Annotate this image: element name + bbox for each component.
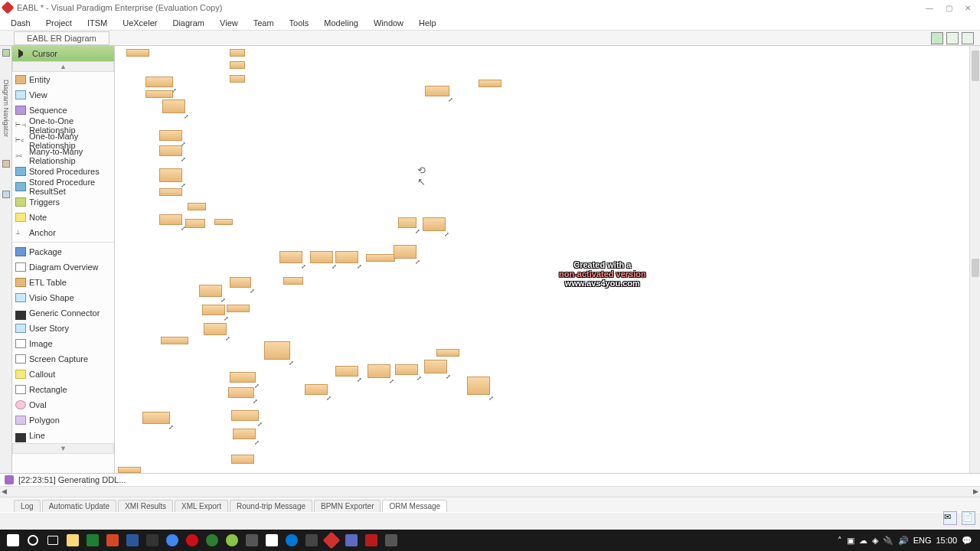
expand-icon[interactable]: ⤢ bbox=[416, 375, 423, 381]
bottom-tab-bpmn-exporter[interactable]: BPMN Exporter bbox=[314, 500, 381, 512]
entity-box[interactable] bbox=[230, 372, 256, 383]
expand-icon[interactable]: ⤢ bbox=[181, 156, 187, 162]
entity-box[interactable] bbox=[467, 377, 490, 395]
entity-box[interactable] bbox=[228, 387, 254, 398]
entity-box[interactable] bbox=[118, 467, 141, 473]
expand-icon[interactable]: ⤢ bbox=[184, 113, 190, 119]
taskbar-word[interactable] bbox=[122, 531, 142, 549]
entity-box[interactable] bbox=[162, 99, 185, 113]
expand-icon[interactable]: ⤢ bbox=[181, 182, 187, 188]
system-tray[interactable]: ˄ ▣ ☁ ◈ 🔌 🔊 ENG 15:00 💬 bbox=[838, 536, 977, 546]
diagram-canvas[interactable]: Created with a non-activated version www… bbox=[115, 46, 980, 473]
expand-icon[interactable]: ⤢ bbox=[332, 263, 338, 269]
expand-icon[interactable]: ⤢ bbox=[389, 378, 395, 384]
entity-box[interactable] bbox=[126, 49, 149, 57]
taskbar-visual-paradigm[interactable] bbox=[322, 531, 341, 549]
menu-tools[interactable]: Tools bbox=[282, 17, 317, 29]
entity-box[interactable] bbox=[305, 384, 328, 395]
menu-dash[interactable]: Dash bbox=[3, 17, 38, 29]
palette-entity[interactable]: Entity bbox=[12, 72, 114, 87]
palette-etl-table[interactable]: ETL Table bbox=[12, 275, 114, 290]
entity-box[interactable] bbox=[142, 412, 170, 424]
palette-callout[interactable]: Callout bbox=[12, 367, 114, 382]
entity-box[interactable] bbox=[202, 305, 225, 315]
entity-box[interactable] bbox=[283, 277, 303, 285]
taskbar-app-5[interactable] bbox=[302, 531, 322, 549]
entity-box[interactable] bbox=[423, 217, 446, 231]
tray-icon-power[interactable]: 🔌 bbox=[883, 536, 893, 546]
taskbar-app-6[interactable] bbox=[341, 531, 361, 549]
menu-diagram[interactable]: Diagram bbox=[165, 17, 212, 29]
cortana-button[interactable] bbox=[23, 531, 43, 549]
tray-expand-icon[interactable]: ˄ bbox=[838, 536, 842, 546]
bottom-tab-round-trip-message[interactable]: Round-trip Message bbox=[230, 500, 312, 512]
expand-icon[interactable]: ⤢ bbox=[301, 263, 307, 269]
taskbar-mail[interactable] bbox=[262, 531, 282, 549]
entity-box[interactable] bbox=[310, 251, 333, 263]
menu-itsm[interactable]: ITSM bbox=[80, 17, 115, 29]
palette-triggers[interactable]: Triggers bbox=[12, 194, 114, 210]
expand-icon[interactable]: ⤢ bbox=[289, 360, 295, 366]
taskbar-edge[interactable] bbox=[282, 531, 302, 549]
taskbar-app-2[interactable] bbox=[202, 531, 222, 549]
toolbar-icon-3[interactable] bbox=[962, 32, 974, 44]
palette-image[interactable]: Image bbox=[12, 336, 114, 351]
entity-box[interactable] bbox=[227, 305, 250, 312]
expand-icon[interactable]: ⤢ bbox=[415, 259, 421, 265]
entity-box[interactable] bbox=[424, 360, 447, 373]
expand-icon[interactable]: ⤢ bbox=[448, 96, 454, 103]
expand-icon[interactable]: ⤢ bbox=[257, 421, 263, 427]
palette-rectangle[interactable]: Rectangle bbox=[12, 382, 114, 397]
expand-icon[interactable]: ⤢ bbox=[224, 315, 230, 321]
entity-box[interactable] bbox=[145, 77, 173, 87]
close-button[interactable]: ✕ bbox=[965, 4, 971, 12]
tray-clock[interactable]: 15:00 bbox=[936, 536, 957, 545]
menu-window[interactable]: Window bbox=[366, 17, 411, 29]
entity-box[interactable] bbox=[264, 341, 290, 360]
expand-icon[interactable]: ⤢ bbox=[415, 228, 421, 234]
tray-icon-3[interactable]: ◈ bbox=[872, 536, 878, 546]
entity-box[interactable] bbox=[233, 429, 256, 439]
palette-sequence[interactable]: Sequence bbox=[12, 103, 114, 118]
expand-icon[interactable]: ⤢ bbox=[253, 398, 259, 404]
entity-box[interactable] bbox=[161, 337, 188, 344]
diagram-tab[interactable]: EABL ER Diagram bbox=[14, 31, 109, 45]
entity-box[interactable] bbox=[159, 168, 182, 182]
taskbar-chrome[interactable] bbox=[162, 531, 182, 549]
entity-box[interactable] bbox=[230, 75, 245, 83]
entity-box[interactable] bbox=[159, 214, 182, 225]
entity-box[interactable] bbox=[366, 254, 395, 262]
taskbar-excel[interactable] bbox=[83, 531, 103, 549]
palette-stored-proc-rs[interactable]: Stored Procedure ResultSet bbox=[12, 179, 114, 194]
palette-user-story[interactable]: User Story bbox=[12, 321, 114, 336]
palette-one-one[interactable]: ⊢⊣One-to-One Relationship bbox=[12, 118, 114, 133]
entity-box[interactable] bbox=[479, 80, 501, 87]
expand-icon[interactable]: ⤢ bbox=[488, 395, 495, 401]
palette-package[interactable]: Package bbox=[12, 244, 114, 259]
palette-line[interactable]: Line bbox=[12, 428, 114, 443]
entity-box[interactable] bbox=[335, 251, 358, 263]
entity-box[interactable] bbox=[425, 86, 449, 96]
expand-icon[interactable]: ⤢ bbox=[220, 297, 227, 303]
palette-screen-cap[interactable]: Screen Capture bbox=[12, 351, 114, 367]
menu-team[interactable]: Team bbox=[246, 17, 282, 29]
entity-box[interactable] bbox=[231, 410, 259, 421]
palette-oval[interactable]: Oval bbox=[12, 397, 114, 412]
expand-icon[interactable]: ⤢ bbox=[357, 263, 363, 269]
minimize-button[interactable]: — bbox=[926, 4, 933, 12]
sidebar-tab-navigator[interactable]: Diagram Navigator bbox=[2, 80, 10, 137]
palette-one-many[interactable]: ⊢<One-to-Many Relationship bbox=[12, 133, 114, 148]
sidebar-icon-3[interactable] bbox=[2, 191, 10, 198]
taskbar-app-4[interactable] bbox=[242, 531, 262, 549]
palette-view[interactable]: View bbox=[12, 87, 114, 103]
tray-language[interactable]: ENG bbox=[913, 536, 932, 545]
bottom-tab-log[interactable]: Log bbox=[14, 500, 41, 512]
taskbar-explorer[interactable] bbox=[63, 531, 83, 549]
expand-icon[interactable]: ⤢ bbox=[254, 439, 260, 445]
expand-icon[interactable]: ⤢ bbox=[168, 424, 175, 430]
menu-uexceler[interactable]: UeXceler bbox=[115, 17, 165, 29]
status-doc-icon[interactable]: 📄 bbox=[962, 511, 975, 525]
expand-icon[interactable]: ⤢ bbox=[446, 373, 452, 380]
palette-scroll-up[interactable]: ▲ bbox=[12, 61, 114, 72]
entity-box[interactable] bbox=[185, 219, 205, 228]
